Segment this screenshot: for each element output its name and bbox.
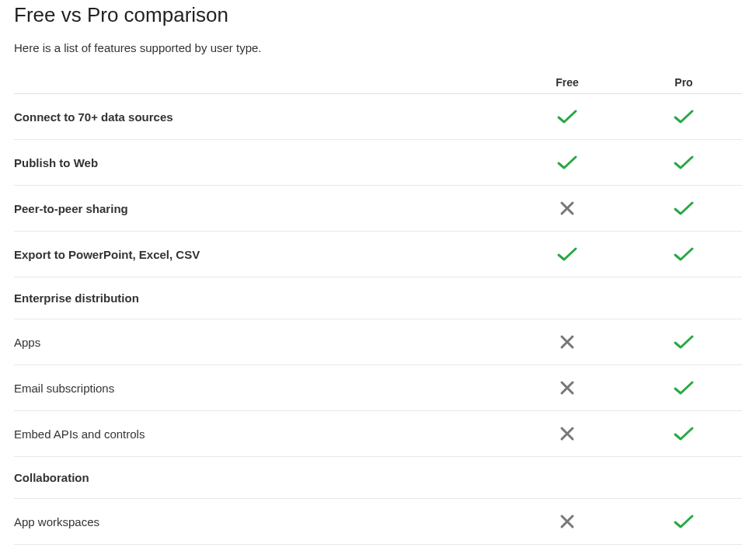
- check-icon: [673, 200, 695, 217]
- feature-label: App workspaces: [14, 499, 509, 545]
- free-cell: [509, 319, 625, 365]
- table-row: Enterprise distribution: [14, 277, 742, 319]
- check-icon: [556, 154, 578, 171]
- page-subtitle: Here is a list of features supported by …: [14, 41, 742, 54]
- free-cell: [509, 232, 625, 277]
- check-icon: [673, 154, 695, 171]
- table-row: Connect to 70+ data sources: [14, 94, 742, 140]
- feature-label: Connect to 70+ data sources: [14, 94, 509, 140]
- table-row: Apps: [14, 319, 742, 365]
- check-icon: [673, 333, 695, 350]
- pro-cell: [625, 499, 742, 545]
- page-title: Free vs Pro comparison: [14, 3, 742, 27]
- free-cell: [509, 186, 625, 232]
- x-icon: [556, 379, 578, 396]
- x-icon: [556, 425, 578, 442]
- pro-cell: [625, 319, 742, 365]
- column-header-pro: Pro: [625, 70, 742, 94]
- check-icon: [556, 108, 578, 125]
- check-icon: [673, 513, 695, 530]
- check-icon: [673, 108, 695, 125]
- table-row: Collaboration: [14, 457, 742, 499]
- section-header: Enterprise distribution: [14, 277, 742, 319]
- pro-cell: [625, 232, 742, 277]
- feature-label: Publish to Web: [14, 140, 509, 186]
- feature-label: Apps: [14, 319, 509, 365]
- table-row: Export to PowerPoint, Excel, CSV: [14, 232, 742, 277]
- free-cell: [509, 411, 625, 457]
- table-row: Email subscriptions: [14, 365, 742, 411]
- free-cell: [509, 365, 625, 411]
- comparison-table: Free Pro Connect to 70+ data sourcesPubl…: [14, 70, 742, 558]
- section-header: Collaboration: [14, 457, 742, 499]
- free-cell: [509, 499, 625, 545]
- check-icon: [673, 425, 695, 442]
- table-row: Publish to Web: [14, 140, 742, 186]
- pro-cell: [625, 140, 742, 186]
- x-icon: [556, 200, 578, 217]
- check-icon: [556, 246, 578, 263]
- check-icon: [673, 379, 695, 396]
- x-icon: [556, 333, 578, 350]
- free-cell: [509, 94, 625, 140]
- table-row: Analyze in Excel, analyze in Power BI De…: [14, 545, 742, 559]
- pro-cell: [625, 411, 742, 457]
- feature-label: Embed APIs and controls: [14, 411, 509, 457]
- x-icon: [556, 513, 578, 530]
- feature-label: Analyze in Excel, analyze in Power BI De…: [14, 545, 509, 559]
- pro-cell: [625, 545, 742, 559]
- free-cell: [509, 140, 625, 186]
- pro-cell: [625, 186, 742, 232]
- free-cell: [509, 545, 625, 559]
- pro-cell: [625, 365, 742, 411]
- table-row: Peer-to-peer sharing: [14, 186, 742, 232]
- table-row: Embed APIs and controls: [14, 411, 742, 457]
- pro-cell: [625, 94, 742, 140]
- feature-label: Email subscriptions: [14, 365, 509, 411]
- feature-label: Peer-to-peer sharing: [14, 186, 509, 232]
- check-icon: [673, 246, 695, 263]
- feature-label: Export to PowerPoint, Excel, CSV: [14, 232, 509, 277]
- column-header-feature: [14, 70, 509, 94]
- column-header-free: Free: [509, 70, 625, 94]
- table-row: App workspaces: [14, 499, 742, 545]
